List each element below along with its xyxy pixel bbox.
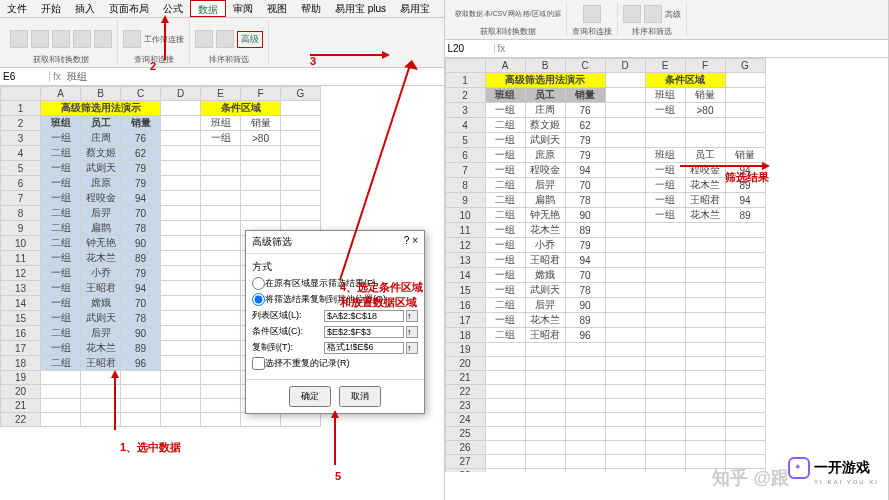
range-picker-icon[interactable]: ↑ xyxy=(406,326,418,338)
tab-formula[interactable]: 公式 xyxy=(156,0,190,17)
group-query: 查询和连接 xyxy=(134,54,174,65)
mode-label: 方式 xyxy=(252,260,418,274)
group-getdata-r: 获取和转换数据 xyxy=(480,26,536,37)
cond-label: 条件区域(C): xyxy=(252,325,324,338)
tab-file[interactable]: 文件 xyxy=(0,0,34,17)
refresh-icon[interactable] xyxy=(123,30,141,48)
range-picker-icon[interactable]: ↑ xyxy=(406,310,418,322)
mode-copy-radio[interactable] xyxy=(252,293,265,306)
ok-button[interactable]: 确定 xyxy=(289,386,331,407)
source-icon[interactable] xyxy=(94,30,112,48)
mode1-label: 在原有区域显示筛选结果(F) xyxy=(265,277,418,290)
right-pane: 获取数据本/CSV网站格/区域的源获取和转换数据 查询和连接 高级排序和筛选 L… xyxy=(445,0,890,500)
close-icon[interactable]: × xyxy=(412,235,418,246)
ribbon-left: 获取和转换数据 工作簿连接查询和连接 高级排序和筛选 xyxy=(0,18,444,68)
logo-sub: YI KAI YOU XI xyxy=(814,479,879,485)
cancel-button[interactable]: 取消 xyxy=(339,386,381,407)
group-sortfilter-r: 排序和筛选 xyxy=(632,26,672,37)
tab-data[interactable]: 数据 xyxy=(190,0,226,17)
conn-label: 工作簿连接 xyxy=(144,34,184,45)
dialog-title: 高级筛选 xyxy=(252,235,292,249)
unique-checkbox[interactable] xyxy=(252,357,265,370)
help-icon[interactable]: ? xyxy=(404,235,410,246)
filter-icon[interactable] xyxy=(216,30,234,48)
name-box-right[interactable]: L20 xyxy=(445,43,495,54)
mode-inplace-radio[interactable] xyxy=(252,277,265,290)
adv-r[interactable]: 高级 xyxy=(665,9,681,20)
name-box-left[interactable]: E6 xyxy=(0,71,50,82)
list-label: 列表区域(L): xyxy=(252,309,324,322)
logo: ✦ 一开游戏 YI KAI YOU XI xyxy=(788,457,879,485)
tab-view[interactable]: 视图 xyxy=(260,0,294,17)
watermark: 知乎 @跟 xyxy=(712,466,789,490)
refresh-icon[interactable] xyxy=(583,5,601,23)
filter-icon[interactable] xyxy=(644,5,662,23)
web-icon[interactable] xyxy=(52,30,70,48)
group-sortfilter: 排序和筛选 xyxy=(209,54,249,65)
csv-icon[interactable] xyxy=(31,30,49,48)
getdata-icon[interactable] xyxy=(10,30,28,48)
tab-bar: 文件 开始 插入 页面布局 公式 数据 审阅 视图 帮助 易用宝 plus 易用… xyxy=(0,0,444,18)
sheet-right[interactable]: ABCDEFG1高级筛选用法演示条件区域2班组员工销量班组销量3一组庄周76一组… xyxy=(445,58,889,472)
advanced-filter-button[interactable]: 高级 xyxy=(237,31,263,48)
formula-bar-left[interactable]: 班组 xyxy=(64,70,444,84)
copy-range-input[interactable] xyxy=(324,342,404,354)
mode2-label: 将筛选结果复制到其他位置(O) xyxy=(265,293,418,306)
advanced-filter-dialog: 高级筛选 ? × 方式 在原有区域显示筛选结果(F) 将筛选结果复制到其他位置(… xyxy=(245,230,425,414)
sort-icon[interactable] xyxy=(623,5,641,23)
range-picker-icon[interactable]: ↑ xyxy=(406,342,418,354)
tab-help[interactable]: 帮助 xyxy=(294,0,328,17)
left-pane: 文件 开始 插入 页面布局 公式 数据 审阅 视图 帮助 易用宝 plus 易用… xyxy=(0,0,445,500)
unique-label: 选择不重复的记录(R) xyxy=(265,357,418,370)
tab-insert[interactable]: 插入 xyxy=(68,0,102,17)
tab-eyb[interactable]: 易用宝 xyxy=(393,0,437,17)
ribbon-right: 获取数据本/CSV网站格/区域的源获取和转换数据 查询和连接 高级排序和筛选 xyxy=(445,0,889,40)
group-query-r: 查询和连接 xyxy=(572,26,612,37)
copy-label: 复制到(T): xyxy=(252,341,324,354)
group-getdata: 获取和转换数据 xyxy=(33,54,89,65)
cond-range-input[interactable] xyxy=(324,326,404,338)
table-icon[interactable] xyxy=(73,30,91,48)
tab-home[interactable]: 开始 xyxy=(34,0,68,17)
sort-icon[interactable] xyxy=(195,30,213,48)
fx-icon: fx xyxy=(495,43,509,54)
tab-eyb-plus[interactable]: 易用宝 plus xyxy=(328,0,393,17)
tab-review[interactable]: 审阅 xyxy=(226,0,260,17)
logo-icon: ✦ xyxy=(788,457,810,479)
fx-icon: fx xyxy=(50,71,64,82)
tab-layout[interactable]: 页面布局 xyxy=(102,0,156,17)
list-range-input[interactable] xyxy=(324,310,404,322)
